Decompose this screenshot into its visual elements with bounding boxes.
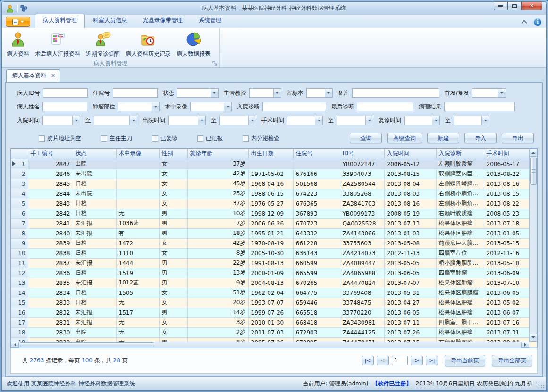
table-row[interactable]: 182830出院无女2岁2011-07-03672903ZA4444125201… <box>11 327 537 337</box>
ribbon-button-术后病人汇报资料[interactable]: 术后病人汇报资料 <box>32 30 83 59</box>
scroll-up-button[interactable] <box>530 149 537 157</box>
button-高级查询[interactable]: 高级查询 <box>387 133 422 143</box>
filter-combo-首发/复发[interactable] <box>472 88 506 98</box>
tab-close-icon[interactable]: ✕ <box>51 73 55 79</box>
combo-dropdown-icon[interactable] <box>72 116 80 125</box>
button-查询[interactable]: 查询 <box>350 133 382 143</box>
filter-input-病人ID号[interactable] <box>43 88 88 98</box>
filter-combo-肿瘤部位[interactable] <box>118 102 160 111</box>
export-current-page-button[interactable]: 导出当前页 <box>445 355 485 366</box>
last-page-button[interactable]: >| <box>426 356 438 365</box>
combo-dropdown-icon[interactable] <box>129 116 137 125</box>
vertical-scroll-thumb[interactable] <box>530 158 537 185</box>
export-all-pages-button[interactable]: 导出全部页 <box>492 355 532 366</box>
filter-combo-手术时间[interactable] <box>287 116 323 125</box>
resize-grip[interactable] <box>539 383 545 389</box>
column-header-入院诊断[interactable]: 入院诊断 <box>436 149 484 159</box>
column-header-手工编号[interactable]: 手工编号 <box>28 149 73 159</box>
close-button[interactable]: ✕ <box>521 2 542 10</box>
filter-input-入院诊断[interactable] <box>262 102 326 111</box>
ribbon-button-病人资料历史记录[interactable]: 病人资料历史记录 <box>123 30 174 59</box>
scroll-down-button[interactable] <box>530 334 537 342</box>
maximize-button[interactable] <box>507 2 521 10</box>
column-header-ID号[interactable]: ID号 <box>340 149 384 159</box>
filter-input-病人姓名[interactable] <box>42 102 87 111</box>
window-layout-icon[interactable] <box>20 5 27 12</box>
column-header-住院号[interactable]: 住院号 <box>293 149 340 159</box>
application-menu-button[interactable] <box>6 17 30 27</box>
scroll-right-button[interactable] <box>521 342 529 348</box>
filter-combo-留标本[interactable] <box>306 88 333 98</box>
ribbon-button-病人数据报表[interactable]: 病人数据报表 <box>174 30 213 59</box>
combo-dropdown-icon[interactable] <box>152 102 159 111</box>
combo-dropdown-icon[interactable] <box>432 116 439 125</box>
column-header-row-indicator[interactable] <box>11 149 28 159</box>
checkbox-内分泌检查[interactable]: 内分泌检查 <box>243 134 279 142</box>
column-header-入院时间[interactable]: 入院时间 <box>384 149 436 159</box>
combo-dropdown-icon[interactable] <box>273 89 281 97</box>
minimize-button[interactable] <box>494 2 507 10</box>
column-header-就诊年龄[interactable]: 就诊年龄 <box>187 149 248 159</box>
ribbon-tab-系统管理[interactable]: 系统管理 <box>191 14 229 28</box>
ribbon-button-病人资料[interactable]: 病人资料 <box>4 30 32 59</box>
filter-combo-至[interactable] <box>94 116 137 125</box>
combo-dropdown-icon[interactable] <box>224 102 231 111</box>
table-row[interactable]: 122836归档1519男13岁2000-01-09665599ZA406598… <box>11 268 537 278</box>
table-row[interactable]: 52843归档女37岁1976-05-27676365ZA38417032013… <box>11 199 537 209</box>
checkbox-box[interactable] <box>197 135 203 142</box>
combo-dropdown-icon[interactable] <box>498 89 506 97</box>
checkbox-已复诊[interactable]: 已复诊 <box>152 134 177 142</box>
vertical-scrollbar[interactable] <box>529 149 537 342</box>
button-新建[interactable]: 新建 <box>427 133 459 143</box>
table-row[interactable]: 102838归档1110女8岁2005-10-30636143ZA4214073… <box>11 248 537 258</box>
dialog-launcher-icon[interactable] <box>212 61 218 66</box>
table-row[interactable]: 142834归档1505女51岁1962-02-0466477533769408… <box>11 288 537 298</box>
button-导出[interactable]: 导出 <box>502 133 534 143</box>
tab-patient-basic-info[interactable]: 病人基本资料 ✕ <box>6 69 60 82</box>
checkbox-胶片地址为空[interactable]: 胶片地址为空 <box>39 134 81 142</box>
column-header-性别[interactable]: 性别 <box>159 149 187 159</box>
table-row[interactable]: 22846未出院女42岁1971-05-02676166339040732013… <box>11 169 537 179</box>
table-row[interactable]: 132835未汇报1012蓝男9岁2004-08-13670265ZA44708… <box>11 278 537 288</box>
table-row[interactable]: 82840未汇报有男18岁1995-01-21643332ZA414306620… <box>11 228 537 238</box>
filter-input-病理结果[interactable] <box>444 102 515 111</box>
filter-combo-状态[interactable] <box>177 88 219 98</box>
scroll-left-button[interactable] <box>11 342 19 348</box>
table-row[interactable]: 42844未出院女25岁1988-06-15674223338052682013… <box>11 189 537 199</box>
table-row[interactable]: 162832未汇报1517男14岁1999-07-266655183377022… <box>11 308 537 317</box>
checkbox-box[interactable] <box>243 135 249 142</box>
table-row[interactable]: 32845归档女45岁1968-04-16501568ZA25805442013… <box>11 179 537 189</box>
checkbox-box[interactable] <box>152 135 158 142</box>
filter-combo-术中录像[interactable] <box>190 102 232 111</box>
filter-combo-入院时间[interactable] <box>42 116 80 125</box>
table-row[interactable]: 92839归档1472女42岁1970-08-19661228337556032… <box>11 238 537 248</box>
next-page-button[interactable]: > <box>411 356 423 365</box>
info-icon[interactable]: i <box>534 18 541 26</box>
ribbon-tab-病人资料管理[interactable]: 病人资料管理 <box>35 14 85 28</box>
filter-combo-至[interactable] <box>337 116 373 125</box>
horizontal-scroll-thumb[interactable] <box>20 342 154 347</box>
combo-dropdown-icon[interactable] <box>211 89 218 97</box>
collapse-ribbon-icon[interactable] <box>522 20 527 24</box>
prev-page-button[interactable]: < <box>377 356 389 365</box>
button-导入[interactable]: 导入 <box>464 133 497 143</box>
filter-input-备注[interactable] <box>352 88 439 98</box>
filter-input-住院号[interactable] <box>113 88 158 98</box>
page-number-input[interactable] <box>392 356 408 365</box>
combo-dropdown-icon[interactable] <box>248 116 256 125</box>
filter-combo-至[interactable] <box>454 116 489 125</box>
combo-dropdown-icon[interactable] <box>481 116 489 125</box>
filter-combo-出院时间[interactable] <box>168 116 206 125</box>
filter-combo-复诊时间[interactable] <box>404 116 440 125</box>
table-row[interactable]: 12847出院女37岁YB00721472006-05-12左额叶胶质瘤2006… <box>11 159 537 169</box>
table-row[interactable]: 62842归档无男10岁1998-12-09367893YB0099173200… <box>11 209 537 218</box>
column-header-状态[interactable]: 状态 <box>73 149 116 159</box>
checkbox-主任主刀[interactable]: 主任主刀 <box>101 134 132 142</box>
horizontal-scrollbar[interactable] <box>11 342 529 348</box>
combo-dropdown-icon[interactable] <box>325 89 332 97</box>
combo-dropdown-icon[interactable] <box>198 116 205 125</box>
table-row[interactable]: 112837未汇报1444男22岁1991-08-13660599ZA40894… <box>11 258 537 268</box>
ribbon-tab-光盘录像带管理[interactable]: 光盘录像带管理 <box>135 14 191 28</box>
filter-combo-至[interactable] <box>219 116 256 125</box>
column-header-出生日期[interactable]: 出生日期 <box>248 149 293 159</box>
